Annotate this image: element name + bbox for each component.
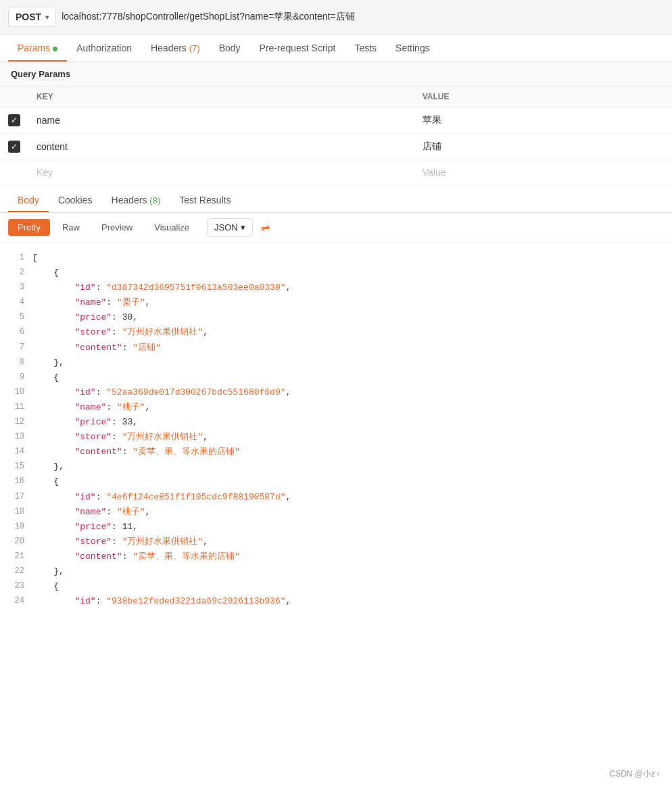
json-line: 5 "price": 30, xyxy=(0,310,672,325)
url-input[interactable] xyxy=(62,9,664,25)
method-chevron: ▾ xyxy=(45,14,49,21)
json-line: 9 { xyxy=(0,370,672,385)
headers-response-badge: (8) xyxy=(149,195,160,205)
method-select[interactable]: POST ▾ xyxy=(8,7,56,27)
line-content: "store": "万州好水果供销社", xyxy=(32,325,672,340)
checkbox-cell-2[interactable]: ✓ xyxy=(0,134,28,160)
filter-icon[interactable]: ⇌ xyxy=(261,221,270,234)
line-number: 15 xyxy=(0,460,32,473)
json-line: 22 }, xyxy=(0,564,672,579)
table-row: ✓ name 苹果 xyxy=(0,107,672,134)
format-bar: Pretty Raw Preview Visualize JSON ▾ ⇌ xyxy=(0,213,672,243)
json-line: 16 { xyxy=(0,474,672,489)
params-dot xyxy=(53,47,57,51)
param-key-1[interactable]: name xyxy=(28,107,414,134)
tab-headers[interactable]: Headers (7) xyxy=(141,34,210,61)
line-content: "content": "店铺" xyxy=(32,341,672,355)
line-content: "store": "万州好水果供销社", xyxy=(32,535,672,549)
line-number: 10 xyxy=(0,385,32,399)
params-table: KEY VALUE ✓ name 苹果 ✓ content 店铺 xyxy=(0,87,672,185)
headers-badge: (7) xyxy=(189,43,200,53)
line-number: 4 xyxy=(0,295,32,309)
tab-body[interactable]: Body xyxy=(210,34,250,61)
line-content: "id": "d387342d3695751f0613a503ee0a0330"… xyxy=(32,280,672,295)
tab-authorization[interactable]: Authorization xyxy=(67,34,141,61)
response-tabs: Body Cookies Headers (8) Test Results xyxy=(0,188,672,213)
format-raw[interactable]: Raw xyxy=(53,219,89,236)
line-number: 18 xyxy=(0,505,32,518)
json-line: 1[ xyxy=(0,251,672,266)
line-number: 19 xyxy=(0,520,32,533)
json-format-chevron: ▾ xyxy=(241,222,245,232)
line-number: 12 xyxy=(0,415,32,428)
line-content: [ xyxy=(32,251,672,266)
tab-tests[interactable]: Tests xyxy=(345,34,386,61)
param-key-empty[interactable]: Key xyxy=(28,160,414,185)
json-line: 6 "store": "万州好水果供销社", xyxy=(0,325,672,340)
line-content: { xyxy=(32,370,672,385)
json-line: 20 "store": "万州好水果供销社", xyxy=(0,535,672,549)
line-number: 7 xyxy=(0,341,32,354)
line-number: 17 xyxy=(0,490,32,503)
line-content: "name": "桃子", xyxy=(32,505,672,520)
line-content: "name": "桃子", xyxy=(32,400,672,415)
checkbox-2[interactable]: ✓ xyxy=(8,141,20,153)
tab-settings[interactable]: Settings xyxy=(386,34,439,61)
line-number: 21 xyxy=(0,549,32,563)
line-number: 20 xyxy=(0,535,32,548)
json-line: 14 "content": "卖苹、果、等水果的店铺" xyxy=(0,445,672,460)
json-line: 3 "id": "d387342d3695751f0613a503ee0a033… xyxy=(0,280,672,295)
line-number: 9 xyxy=(0,370,32,384)
json-line: 18 "name": "桃子", xyxy=(0,505,672,520)
line-number: 11 xyxy=(0,400,32,414)
line-number: 6 xyxy=(0,325,32,339)
line-content: "price": 33, xyxy=(32,415,672,430)
checkbox-cell-1[interactable]: ✓ xyxy=(0,107,28,134)
col-key: KEY xyxy=(28,87,414,107)
line-content: "id": "938be12feded3221da69c2926113b936"… xyxy=(32,594,672,609)
line-number: 23 xyxy=(0,579,32,593)
line-content: { xyxy=(32,266,672,280)
format-pretty[interactable]: Pretty xyxy=(8,219,50,236)
line-content: "store": "万州好水果供销社", xyxy=(32,430,672,445)
line-content: "id": "52aa369de017d300267bdc551680f6d9"… xyxy=(32,385,672,400)
tab-pre-request[interactable]: Pre-request Script xyxy=(250,34,345,61)
json-line: 8 }, xyxy=(0,355,672,370)
response-tab-test-results[interactable]: Test Results xyxy=(170,188,240,212)
json-format-select[interactable]: JSON ▾ xyxy=(207,218,253,237)
response-tab-body[interactable]: Body xyxy=(8,188,49,212)
json-line: 4 "name": "栗子", xyxy=(0,295,672,310)
json-line: 17 "id": "4e6f124ce851f1f105cdc9f8819058… xyxy=(0,490,672,505)
format-preview[interactable]: Preview xyxy=(92,219,142,236)
checkbox-cell-empty xyxy=(0,160,28,185)
json-line: 7 "content": "店铺" xyxy=(0,341,672,355)
line-number: 1 xyxy=(0,251,32,264)
json-line: 19 "price": 11, xyxy=(0,520,672,535)
param-value-empty[interactable]: Value xyxy=(414,160,672,185)
json-line: 24 "id": "938be12feded3221da69c2926113b9… xyxy=(0,594,672,609)
json-viewer: 1[2 {3 "id": "d387342d3695751f0613a503ee… xyxy=(0,243,672,617)
format-visualize[interactable]: Visualize xyxy=(145,219,199,236)
line-number: 2 xyxy=(0,266,32,279)
json-line: 21 "content": "卖苹、果、等水果的店铺" xyxy=(0,549,672,564)
line-content: }, xyxy=(32,460,672,474)
response-tab-cookies[interactable]: Cookies xyxy=(49,188,102,212)
line-content: { xyxy=(32,579,672,594)
json-line: 15 }, xyxy=(0,460,672,474)
response-tab-headers[interactable]: Headers (8) xyxy=(102,188,170,212)
line-content: }, xyxy=(32,355,672,370)
json-line: 23 { xyxy=(0,579,672,594)
param-key-2[interactable]: content xyxy=(28,134,414,160)
param-value-2[interactable]: 店铺 xyxy=(414,134,672,160)
checkbox-1[interactable]: ✓ xyxy=(8,114,20,126)
line-number: 5 xyxy=(0,310,32,324)
line-number: 8 xyxy=(0,355,32,369)
col-value: VALUE xyxy=(414,87,672,107)
param-value-1[interactable]: 苹果 xyxy=(414,107,672,134)
line-content: }, xyxy=(32,564,672,579)
line-number: 14 xyxy=(0,445,32,458)
json-line: 10 "id": "52aa369de017d300267bdc551680f6… xyxy=(0,385,672,400)
tab-params[interactable]: Params xyxy=(8,34,67,61)
method-label: POST xyxy=(16,11,41,22)
url-bar: POST ▾ xyxy=(0,0,672,34)
